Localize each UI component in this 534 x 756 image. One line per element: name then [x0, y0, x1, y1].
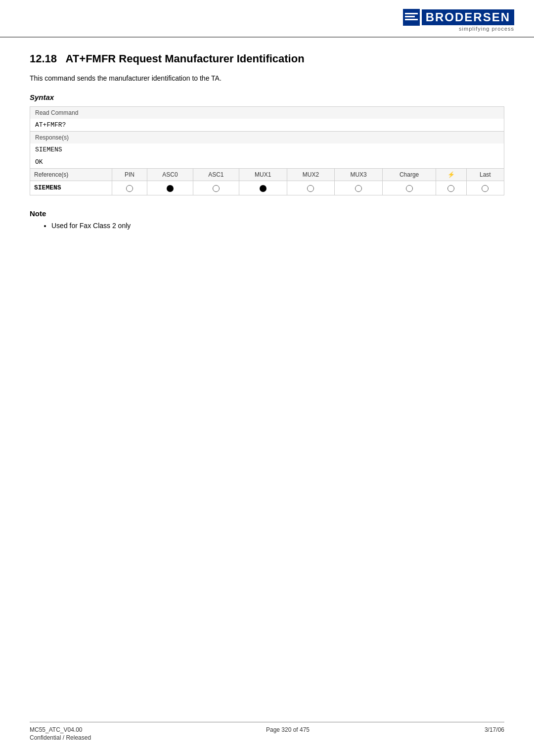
logo-text: BRODERSEN — [422, 9, 514, 25]
read-command-value-row: AT+FMFR? — [30, 119, 504, 132]
col-mux1: MUX1 — [239, 169, 287, 181]
row-mux2 — [287, 181, 335, 195]
page: BRODERSEN simplifying process 12.18 AT+F… — [0, 0, 534, 756]
row-asc0 — [147, 181, 193, 195]
footer-date: 3/17/06 — [485, 726, 504, 741]
note-heading: Note — [30, 209, 504, 218]
response-ok: OK — [30, 156, 504, 169]
read-command-value: AT+FMFR? — [30, 119, 504, 132]
circle-last — [482, 185, 489, 192]
footer-left: MC55_ATC_V04.00 Confidential / Released — [30, 726, 91, 741]
row-asc1 — [193, 181, 239, 195]
read-command-label-row: Read Command — [30, 107, 504, 119]
header: BRODERSEN simplifying process — [0, 0, 534, 38]
section-description: This command sends the manufacturer iden… — [30, 74, 504, 82]
syntax-table: Read Command AT+FMFR? Response(s) SIEMEN… — [30, 106, 504, 195]
response-siemens: SIEMENS — [30, 143, 504, 156]
col-asc0: ASC0 — [147, 169, 193, 181]
circle-asc0 — [167, 185, 174, 192]
col-special: ⚡ — [436, 169, 466, 181]
col-mux2: MUX2 — [287, 169, 335, 181]
footer-page: Page 320 of 475 — [266, 726, 310, 741]
read-command-label: Read Command — [30, 107, 504, 119]
section-number: 12.18 — [30, 52, 57, 65]
circle-special — [447, 185, 454, 192]
circle-mux2 — [307, 185, 314, 192]
row-last — [466, 181, 504, 195]
row-mux1 — [239, 181, 287, 195]
main-content: 12.18 AT+FMFR Request Manufacturer Ident… — [0, 38, 534, 249]
svg-rect-3 — [405, 19, 418, 20]
section-heading: AT+FMFR Request Manufacturer Identificat… — [66, 52, 305, 65]
logo-icon — [403, 9, 420, 26]
svg-rect-1 — [405, 13, 418, 14]
circle-asc1 — [213, 185, 220, 192]
note-section: Note Used for Fax Class 2 only — [30, 209, 504, 230]
col-reference: Reference(s) — [30, 169, 112, 181]
section-title: 12.18 AT+FMFR Request Manufacturer Ident… — [30, 52, 504, 65]
col-mux3: MUX3 — [335, 169, 383, 181]
circle-mux3 — [355, 185, 362, 192]
circle-mux1 — [260, 185, 267, 192]
brodersen-logo: BRODERSEN — [403, 9, 514, 26]
response-value-row-2: OK — [30, 156, 504, 169]
response-label-row: Response(s) — [30, 132, 504, 144]
reference-header-row: Reference(s) PIN ASC0 ASC1 MUX1 MUX2 MUX… — [30, 169, 504, 181]
syntax-heading: Syntax — [30, 93, 504, 101]
table-row: SIEMENS — [30, 181, 504, 195]
logo-area: BRODERSEN simplifying process — [403, 9, 514, 32]
response-label: Response(s) — [30, 132, 504, 144]
logo-tagline: simplifying process — [459, 26, 514, 32]
footer-confidential: Confidential / Released — [30, 734, 91, 741]
note-list: Used for Fax Class 2 only — [30, 222, 504, 230]
circle-pin — [126, 185, 133, 192]
row-pin — [112, 181, 147, 195]
response-value-row-1: SIEMENS — [30, 143, 504, 156]
footer-doc-id: MC55_ATC_V04.00 — [30, 726, 91, 733]
note-item: Used for Fax Class 2 only — [51, 222, 504, 230]
row-charge — [382, 181, 436, 195]
row-name: SIEMENS — [30, 181, 112, 195]
col-pin: PIN — [112, 169, 147, 181]
col-charge: Charge — [382, 169, 436, 181]
footer: MC55_ATC_V04.00 Confidential / Released … — [30, 722, 504, 741]
col-asc1: ASC1 — [193, 169, 239, 181]
row-mux3 — [335, 181, 383, 195]
circle-charge — [406, 185, 413, 192]
row-special — [436, 181, 466, 195]
col-last: Last — [466, 169, 504, 181]
svg-rect-2 — [405, 16, 415, 17]
